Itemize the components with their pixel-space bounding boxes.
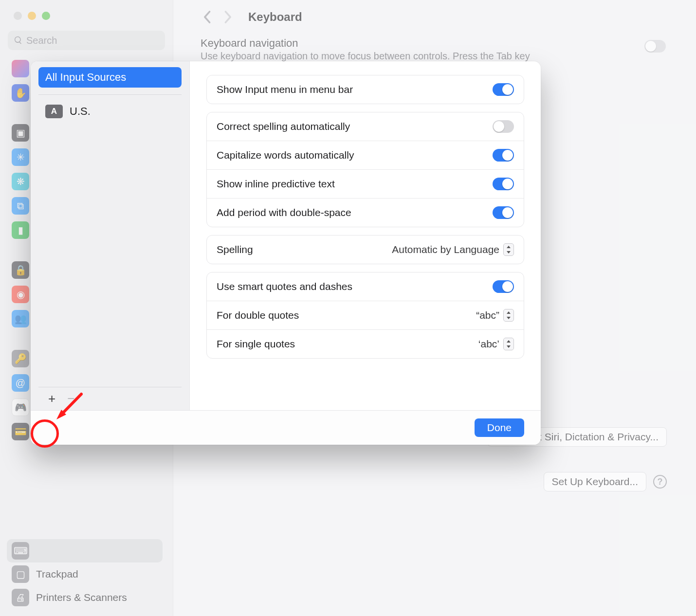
toggle-smart-quotes[interactable] — [493, 280, 514, 293]
passwords-icon[interactable]: 🔑 — [12, 350, 29, 367]
content-header: Keyboard — [201, 0, 667, 34]
search-icon — [14, 36, 23, 45]
users-icon[interactable]: 👥 — [12, 310, 29, 327]
trackpad-icon: ▢ — [12, 565, 29, 583]
sidebar-item-trackpad[interactable]: ▢ Trackpad — [7, 562, 173, 586]
desktop-dock-icon[interactable]: ▣ — [12, 124, 29, 142]
row-double-quotes: For double quotes “abc” — [207, 301, 524, 329]
toggle-predictive[interactable] — [493, 178, 514, 190]
displays-icon[interactable]: ✳ — [12, 148, 29, 166]
gamecenter-icon[interactable]: 🎮 — [12, 399, 29, 416]
row-spelling: Spelling Automatic by Language — [207, 236, 524, 264]
sheet-footer: Done — [31, 410, 541, 445]
touchid-icon[interactable]: ◉ — [12, 286, 29, 303]
kbd-nav-sub: Use keyboard navigation to move focus be… — [201, 50, 667, 62]
remove-input-source-button[interactable]: − — [67, 391, 74, 406]
forward-button[interactable] — [222, 11, 235, 23]
siri-icon[interactable] — [12, 60, 29, 77]
row-label: Correct spelling automatically — [217, 121, 350, 132]
close-window-icon[interactable] — [14, 12, 22, 20]
sidebar-item-label: Trackpad — [36, 568, 78, 580]
screensaver-icon[interactable]: ⧉ — [12, 197, 29, 215]
row-capitalize: Capitalize words automatically — [207, 141, 524, 169]
search-input-wrap[interactable] — [8, 31, 165, 50]
row-label: Use smart quotes and dashes — [217, 281, 352, 292]
sheet-content: Show Input menu in menu bar Correct spel… — [190, 61, 541, 410]
kbd-nav-toggle[interactable] — [644, 40, 666, 53]
chevron-updown-icon — [503, 243, 514, 256]
kbd-nav-title: Keyboard navigation — [201, 37, 667, 50]
select-value: ‘abc’ — [478, 338, 499, 350]
chevron-updown-icon — [503, 309, 514, 322]
internet-accounts-icon[interactable]: @ — [12, 374, 29, 392]
toggle-capitalize[interactable] — [493, 149, 514, 162]
row-label: Show Input menu in menu bar — [217, 84, 353, 95]
toggle-correct-spelling[interactable] — [493, 120, 514, 133]
divider — [38, 94, 182, 95]
keyboard-icon: ⌨ — [12, 542, 29, 560]
row-label: Add period with double-space — [217, 207, 351, 218]
chevron-updown-icon — [503, 338, 514, 350]
sheet-sidebar: All Input Sources A U.S. + − — [31, 61, 190, 410]
row-single-quotes: For single quotes ‘abc’ — [207, 329, 524, 358]
double-quotes-select[interactable]: “abc” — [476, 309, 514, 322]
row-label: Show inline predictive text — [217, 178, 335, 190]
single-quotes-select[interactable]: ‘abc’ — [478, 338, 514, 350]
toggle-show-input-menu[interactable] — [493, 83, 514, 96]
sheet-sidebar-footer: + − — [38, 387, 182, 410]
row-label: For single quotes — [217, 338, 295, 350]
input-source-a-icon: A — [45, 105, 63, 118]
wallet-icon[interactable]: 💳 — [12, 423, 29, 440]
input-source-row[interactable]: A U.S. — [38, 100, 182, 123]
select-value: Automatic by Language — [392, 244, 499, 255]
back-button[interactable] — [201, 11, 213, 23]
sidebar-item-keyboard[interactable]: ⌨ — [7, 539, 163, 562]
help-icon[interactable]: ? — [653, 475, 667, 489]
search-input[interactable] — [26, 35, 159, 46]
row-predictive: Show inline predictive text — [207, 169, 524, 198]
row-show-input-menu: Show Input menu in menu bar — [207, 75, 524, 104]
input-sources-sheet: All Input Sources A U.S. + − Show Input … — [31, 61, 541, 445]
sidebar-item-label: Printers & Scanners — [36, 592, 127, 603]
row-smart-quotes: Use smart quotes and dashes — [207, 272, 524, 301]
printer-icon: 🖨 — [12, 589, 29, 606]
select-value: “abc” — [476, 309, 499, 321]
privacy-hand-icon[interactable]: ✋ — [12, 84, 29, 102]
all-input-sources-item[interactable]: All Input Sources — [38, 67, 182, 88]
sidebar-item-printers[interactable]: 🖨 Printers & Scanners — [7, 586, 173, 609]
window-controls — [0, 2, 173, 20]
toggle-double-space[interactable] — [493, 206, 514, 219]
page-title: Keyboard — [248, 10, 302, 24]
minimize-window-icon[interactable] — [28, 12, 36, 20]
row-correct-spelling: Correct spelling automatically — [207, 112, 524, 141]
row-label: Capitalize words automatically — [217, 149, 354, 161]
spelling-select[interactable]: Automatic by Language — [392, 243, 514, 256]
row-label: For double quotes — [217, 309, 299, 321]
battery-icon[interactable]: ▮ — [12, 221, 29, 239]
done-button[interactable]: Done — [475, 418, 524, 437]
row-double-space: Add period with double-space — [207, 198, 524, 227]
setup-keyboard-button[interactable]: Set Up Keyboard... — [544, 472, 646, 491]
add-input-source-button[interactable]: + — [48, 391, 55, 406]
zoom-window-icon[interactable] — [42, 12, 50, 20]
input-source-label: U.S. — [70, 105, 91, 118]
lock-icon[interactable]: 🔒 — [12, 261, 29, 279]
wallpaper-icon[interactable]: ❋ — [12, 173, 29, 190]
row-label: Spelling — [217, 244, 253, 255]
